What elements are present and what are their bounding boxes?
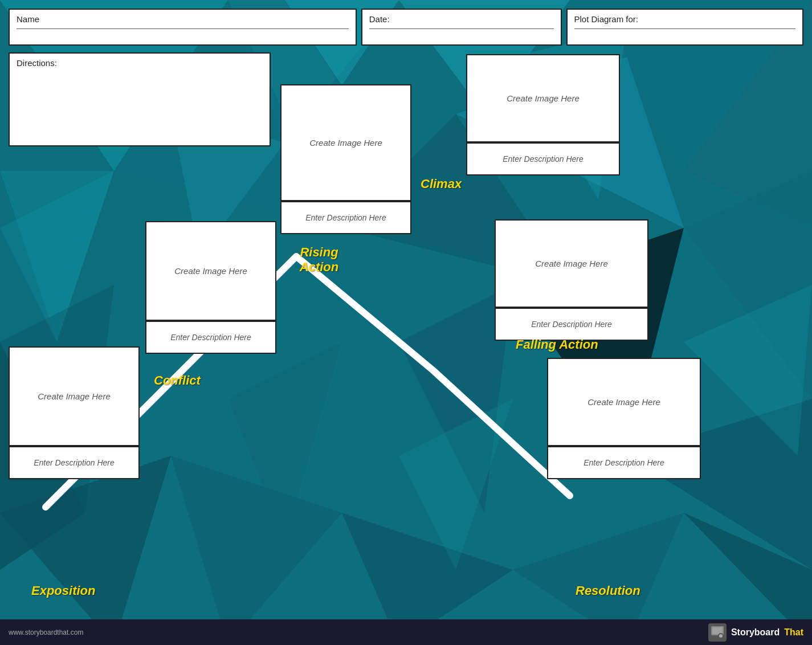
falling-action-group: Create Image Here Enter Description Here [495,219,648,341]
falling-desc-box[interactable]: Enter Description Here [495,308,648,341]
rising-image-box[interactable]: Create Image Here [280,84,411,201]
climax-image-text: Create Image Here [507,93,580,103]
name-underline [17,28,349,29]
rising-desc-text: Enter Description Here [305,213,386,222]
exposition-image-box[interactable]: Create Image Here [9,346,140,446]
name-label: Name [17,14,349,24]
climax-label: Climax [421,177,462,191]
exposition-image-text: Create Image Here [38,391,111,401]
main-content: Name Date: Plot Diagram for: Directions:… [0,0,812,645]
falling-image-text: Create Image Here [535,259,608,268]
climax-group: Create Image Here Enter Description Here [466,54,620,175]
resolution-image-text: Create Image Here [587,397,660,407]
resolution-image-box[interactable]: Create Image Here [547,358,701,446]
date-label: Date: [369,14,554,24]
conflict-desc-box[interactable]: Enter Description Here [145,321,276,354]
rising-action-label: Rising Action [291,245,348,275]
brand-story: Storyboard [731,627,780,638]
rising-desc-box[interactable]: Enter Description Here [280,201,411,234]
directions-box[interactable]: Directions: [9,52,271,146]
resolution-desc-text: Enter Description Here [584,458,664,467]
falling-desc-text: Enter Description Here [531,320,612,329]
brand-icon [708,623,727,642]
brand-that: That [784,627,803,638]
rising-image-text: Create Image Here [309,138,382,148]
climax-desc-box[interactable]: Enter Description Here [466,142,620,175]
conflict-desc-text: Enter Description Here [170,333,251,342]
resolution-desc-box[interactable]: Enter Description Here [547,446,701,479]
falling-image-box[interactable]: Create Image Here [495,219,648,308]
plot-title-field[interactable]: Plot Diagram for: [566,9,804,46]
rising-action-group: Create Image Here Enter Description Here [280,84,411,234]
plot-underline [574,28,796,29]
resolution-label: Resolution [576,583,640,598]
plot-label: Plot Diagram for: [574,14,796,24]
footer-url: www.storyboardthat.com [9,628,83,636]
date-underline [369,28,554,29]
climax-desc-text: Enter Description Here [503,154,584,164]
exposition-desc-text: Enter Description Here [34,458,115,467]
directions-label: Directions: [17,58,57,68]
name-field[interactable]: Name [9,9,357,46]
falling-action-label: Falling Action [516,337,598,352]
climax-image-box[interactable]: Create Image Here [466,54,620,142]
conflict-image-text: Create Image Here [174,266,247,276]
footer: www.storyboardthat.com StoryboardThat [0,619,812,645]
svg-point-32 [719,634,723,638]
exposition-group: Create Image Here Enter Description Here [9,346,140,479]
exposition-desc-box[interactable]: Enter Description Here [9,446,140,479]
date-field[interactable]: Date: [361,9,562,46]
footer-brand: StoryboardThat [708,623,803,642]
resolution-group: Create Image Here Enter Description Here [547,358,701,479]
exposition-label: Exposition [31,583,95,598]
conflict-label: Conflict [154,373,201,388]
header-row: Name Date: Plot Diagram for: [9,9,803,46]
conflict-group: Create Image Here Enter Description Here [145,221,276,354]
conflict-image-box[interactable]: Create Image Here [145,221,276,321]
